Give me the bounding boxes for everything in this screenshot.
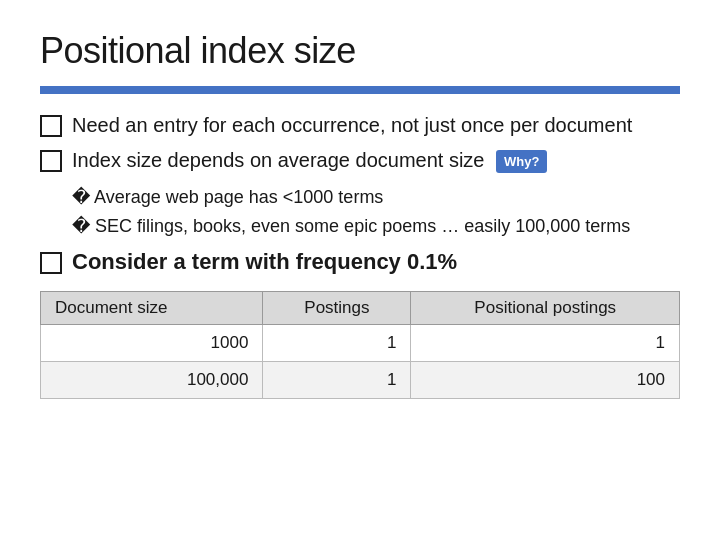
- table-cell-0-2: 1: [411, 324, 680, 361]
- table-cell-1-1: 1: [263, 361, 411, 398]
- sub-bullet-1: � Average web page has <1000 terms: [72, 184, 680, 211]
- bullet-icon-consider: [40, 252, 62, 274]
- table-cell-1-0: 100,000: [41, 361, 263, 398]
- bullet-icon-2: [40, 150, 62, 172]
- data-table: Document size Postings Positional postin…: [40, 291, 680, 399]
- table-row: 100011: [41, 324, 680, 361]
- bullet-text-1: Need an entry for each occurrence, not j…: [72, 112, 632, 139]
- why-badge: Why?: [496, 150, 547, 174]
- sub-bullet-list: � Average web page has <1000 terms � SEC…: [72, 184, 680, 240]
- bullet-item-2: Index size depends on average document s…: [40, 147, 680, 174]
- bullet-item-1: Need an entry for each occurrence, not j…: [40, 112, 680, 139]
- table-cell-0-1: 1: [263, 324, 411, 361]
- sub-bullet-2: � SEC filings, books, even some epic poe…: [72, 213, 680, 240]
- table-cell-1-2: 100: [411, 361, 680, 398]
- table-cell-0-0: 1000: [41, 324, 263, 361]
- table-header-row: Document size Postings Positional postin…: [41, 291, 680, 324]
- consider-bullet: Consider a term with frequency 0.1%: [40, 248, 680, 277]
- bullet-icon-1: [40, 115, 62, 137]
- main-bullet-list: Need an entry for each occurrence, not j…: [40, 112, 680, 174]
- page-title: Positional index size: [40, 30, 680, 72]
- table-header-doc-size: Document size: [41, 291, 263, 324]
- bullet-text-2: Index size depends on average document s…: [72, 147, 547, 174]
- table-header-positional-postings: Positional postings: [411, 291, 680, 324]
- consider-text: Consider a term with frequency 0.1%: [72, 248, 457, 277]
- table-header-postings: Postings: [263, 291, 411, 324]
- slide: Positional index size Need an entry for …: [0, 0, 720, 540]
- table-row: 100,0001100: [41, 361, 680, 398]
- blue-bar-divider: [40, 86, 680, 94]
